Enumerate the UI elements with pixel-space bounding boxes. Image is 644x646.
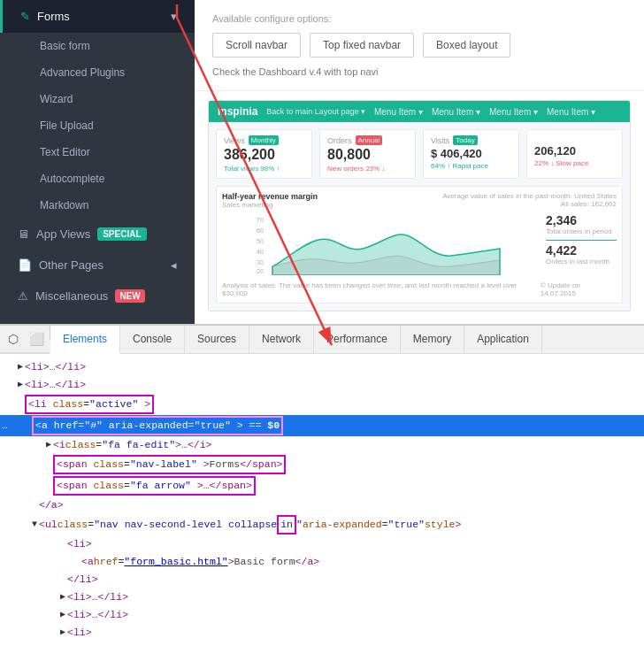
dash-menu1[interactable]: Menu Item (374, 107, 423, 117)
expand-arrow[interactable]: ▶ (46, 437, 51, 453)
navbar-buttons-group: Scroll navbar Top fixed navbar Boxed lay… (212, 33, 626, 58)
devtools-panel: ⬡ ⬜ Elements Console Sources Network Per… (0, 324, 644, 646)
scroll-navbar-button[interactable]: Scroll navbar (212, 33, 301, 58)
chart-side-stats: 2,346 Total orders in period 4,422 Order… (546, 213, 617, 279)
tab-console[interactable]: Console (120, 326, 185, 353)
elem-line-li2[interactable]: ▶ <li>…</li> (0, 376, 644, 394)
dash-back-link[interactable]: Back to main Layout page (266, 107, 365, 116)
submenu-wizard[interactable]: Wizard (31, 86, 195, 112)
elem-line-li3[interactable]: ▶ <li> (0, 535, 644, 553)
sidebar: ✎ Forms ▾ Basic form Advanced Plugins Wi… (0, 0, 195, 324)
side-stat1-val: 2,346 (546, 213, 617, 227)
elem-line-ul-nav[interactable]: ▼ <ul class="nav nav-second-level collap… (0, 514, 644, 535)
elem-line-span-nav-label[interactable]: ▶ <span class="nav-label" >Forms</span> (0, 454, 644, 475)
expand-arrow[interactable]: ▶ (18, 359, 23, 375)
elem-line-li6[interactable]: ▶ <li> (0, 624, 644, 642)
submenu-file-upload[interactable]: File Upload (31, 112, 195, 139)
elem-line-li1[interactable]: ▶ <li>…</li> (0, 358, 644, 376)
elem-line-i-fa-edit[interactable]: ▶ <i class="fa fa-edit" >…</i> (0, 436, 644, 454)
sidebar-other-pages[interactable]: 📄 Other Pages ◂ (0, 250, 195, 281)
elem-line-close-li[interactable]: ▶ </li> (0, 571, 644, 588)
chart-sub: Sales marketing (222, 201, 318, 209)
chart-footer: Analysis of sales: The value has been ch… (222, 281, 540, 297)
tab-elements[interactable]: Elements (50, 326, 120, 354)
stat-orders-label: Orders Annual (327, 135, 408, 145)
sidebar-app-views[interactable]: 🖥 App Views SPECIAL (0, 219, 195, 250)
span-fa-arrow-highlight: <span class="fa arrow" >…</span> (53, 476, 256, 496)
boxed-layout-button[interactable]: Boxed layout (423, 33, 510, 58)
stat-views: Views Monthly 386,200 Total views 98% ↑ (216, 129, 312, 179)
main-container: ✎ Forms ▾ Basic form Advanced Plugins Wi… (0, 0, 644, 646)
selected-indicator: … (2, 418, 8, 434)
span-nav-label-highlight: <span class="nav-label" >Forms</span> (53, 455, 286, 474)
forms-submenu: Basic form Advanced Plugins Wizard File … (0, 33, 195, 219)
stat-orders-sub: New orders 23% ↓ (327, 165, 408, 173)
sidebar-forms-header[interactable]: ✎ Forms ▾ (0, 0, 195, 33)
elements-panel: ▶ <li>…</li> ▶ <li>…</li> ▶ <li class="a… (0, 354, 644, 646)
svg-text:60: 60 (257, 227, 264, 234)
expand-arrow[interactable]: ▶ (18, 377, 23, 393)
elem-line-li-active[interactable]: ▶ <li class="active" > (0, 394, 644, 415)
submenu-markdown[interactable]: Markdown (31, 192, 195, 219)
dash-menu3[interactable]: Menu Item (489, 107, 538, 117)
elem-line-li4[interactable]: ▶ <li>…</li> (0, 588, 644, 606)
side-stat1-label: Total orders in period (546, 227, 617, 235)
other-pages-arrow: ◂ (171, 258, 177, 272)
dash-menu2[interactable]: Menu Item (432, 107, 480, 117)
stat-visits-value: $ 406,420 (431, 147, 511, 160)
side-stat2-label: Orders in last month (546, 258, 617, 265)
other-pages-label: Other Pages (39, 258, 104, 272)
chart-title: Half-year revenue margin (222, 192, 318, 201)
chart-all-sales: All sales: 162,662 (442, 200, 617, 208)
stat-views-label: Views Monthly (224, 135, 304, 145)
expand-arrow[interactable]: ▶ (60, 589, 65, 605)
expand-down-arrow[interactable]: ▼ (32, 517, 37, 533)
devtools-tabs: ⬡ ⬜ Elements Console Sources Network Per… (0, 326, 644, 354)
sidebar-misc[interactable]: ⚠ Miscellaneous NEW (0, 281, 195, 311)
expand-arrow[interactable]: ▶ (60, 607, 65, 623)
chart-footer2: © Update on 14.07.2015 (540, 281, 617, 297)
tab-memory[interactable]: Memory (401, 326, 464, 353)
forms-label: Forms (37, 10, 70, 23)
elem-line-close-a[interactable]: ▶ </a> (0, 496, 644, 514)
tab-performance[interactable]: Performance (314, 326, 401, 353)
svg-text:70: 70 (257, 217, 264, 223)
inspect-icon[interactable]: ⬜ (28, 331, 44, 347)
side-stat2-val: 4,422 (546, 243, 617, 258)
tab-application[interactable]: Application (464, 326, 542, 353)
app-views-icon: 🖥 (18, 227, 29, 241)
top-fixed-navbar-button[interactable]: Top fixed navbar (310, 33, 414, 58)
dash-menu4[interactable]: Menu Item (547, 107, 595, 117)
stat-orders: Orders Annual 80,800 New orders 23% ↓ (319, 129, 416, 179)
submenu-autocomplete[interactable]: Autocomplete (31, 165, 195, 192)
dash-header: Inspinia Back to main Layout page Menu I… (209, 101, 630, 122)
submenu-advanced-plugins[interactable]: Advanced Plugins (31, 59, 195, 86)
elem-line-li5[interactable]: ▶ <li>…</li> (0, 606, 644, 624)
a-href-highlight: <a href="#" aria-expanded="true" > == $0 (32, 416, 283, 435)
misc-icon: ⚠ (18, 289, 28, 303)
misc-badge: NEW (115, 289, 144, 303)
svg-text:20: 20 (257, 268, 264, 274)
forms-arrow: ▾ (171, 10, 177, 23)
stat-extra: 206,120 22% ↓ Slow pace (526, 129, 623, 179)
tab-sources[interactable]: Sources (185, 326, 249, 353)
in-highlight: in (277, 515, 296, 534)
submenu-text-editor[interactable]: Text Editor (31, 139, 195, 165)
stat-views-value: 386,200 (224, 147, 304, 163)
app-views-label: App Views (36, 227, 90, 241)
cursor-icon[interactable]: ⬡ (5, 331, 21, 347)
submenu-basic-form[interactable]: Basic form (31, 33, 195, 59)
stat-visits-label: Visits Today (431, 135, 511, 145)
chart-svg: 70 60 50 40 30 20 (222, 213, 539, 279)
expand-arrow[interactable]: ▶ (60, 625, 65, 641)
svg-text:30: 30 (257, 259, 264, 265)
content-options: Available configure options: Scroll navb… (195, 0, 644, 91)
elem-line-a-href[interactable]: … <a href="#" aria-expanded="true" > == … (0, 415, 644, 436)
top-section: ✎ Forms ▾ Basic form Advanced Plugins Wi… (0, 0, 644, 324)
elem-line-span-fa-arrow[interactable]: ▶ <span class="fa arrow" >…</span> (0, 475, 644, 496)
stat-extra-sub: 22% ↓ Slow pace (534, 159, 615, 167)
stat-visits-sub: 64% ↑ Rapid pace (431, 162, 511, 170)
elem-line-a-form-basic[interactable]: ▶ <a href="form_basic.html" >Basic form<… (0, 553, 644, 571)
dash-chart-area: Half-year revenue margin Sales marketing… (216, 186, 623, 304)
tab-network[interactable]: Network (249, 326, 314, 353)
